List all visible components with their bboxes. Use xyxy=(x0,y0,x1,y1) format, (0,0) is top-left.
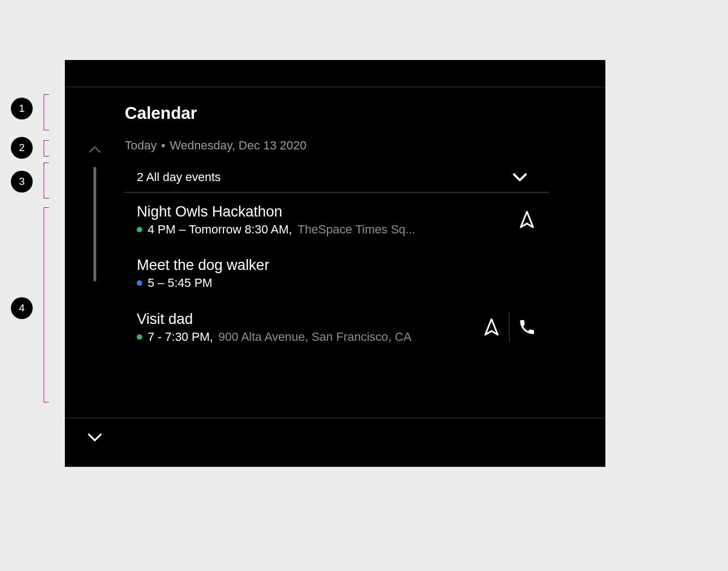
navigation-arrow-icon xyxy=(484,318,499,336)
navigate-button[interactable] xyxy=(474,310,509,345)
date-full: Wednesday, Dec 13 2020 xyxy=(169,139,306,153)
calendar-color-dot xyxy=(137,280,142,286)
date-separator: • xyxy=(161,139,166,153)
event-actions xyxy=(509,202,549,237)
content-area: Calendar Today • Wednesday, Dec 13 2020 … xyxy=(65,87,605,418)
calendar-color-dot xyxy=(137,227,142,232)
event-location: TheSpace Times Sq... xyxy=(298,223,415,237)
event-main: Night Owls Hackathon4 PM – Tomorrow 8:30… xyxy=(137,203,509,237)
event-row[interactable]: Visit dad7 - 7:30 PM,900 Alta Avenue, Sa… xyxy=(125,300,549,354)
event-row[interactable]: Night Owls Hackathon4 PM – Tomorrow 8:30… xyxy=(125,193,549,247)
event-main: Meet the dog walker5 – 5:45 PM xyxy=(137,257,544,290)
event-row[interactable]: Meet the dog walker5 – 5:45 PM xyxy=(125,247,549,300)
scroll-down-button[interactable] xyxy=(87,430,102,445)
event-time: 7 - 7:30 PM, xyxy=(148,330,213,344)
event-title: Night Owls Hackathon xyxy=(137,203,509,220)
phone-icon xyxy=(519,319,535,335)
annotation-badge-4: 4 xyxy=(11,297,33,319)
event-title: Meet the dog walker xyxy=(137,257,544,274)
event-time: 5 – 5:45 PM xyxy=(148,276,213,290)
annotation-bracket-3 xyxy=(44,163,49,199)
annotation-badge-2: 2 xyxy=(11,137,33,159)
annotation-bracket-1 xyxy=(44,94,49,130)
event-time: 4 PM – Tomorrow 8:30 AM, xyxy=(148,223,292,237)
bottom-divider xyxy=(65,418,605,418)
navigation-arrow-icon xyxy=(519,211,535,229)
chevron-down-icon xyxy=(88,433,102,442)
all-day-events-row[interactable]: 2 All day events xyxy=(125,163,549,193)
annotation-bracket-4 xyxy=(44,207,49,402)
app-title: Calendar xyxy=(125,104,605,123)
annotation-badge-1: 1 xyxy=(11,98,33,119)
all-day-label: 2 All day events xyxy=(137,170,221,184)
chevron-down-icon xyxy=(513,173,527,182)
call-button[interactable] xyxy=(509,310,544,345)
date-today-label: Today xyxy=(125,139,157,153)
event-meta: 7 - 7:30 PM,900 Alta Avenue, San Francis… xyxy=(137,330,474,344)
date-row: Today • Wednesday, Dec 13 2020 xyxy=(125,139,605,153)
event-title: Visit dad xyxy=(137,311,474,328)
event-meta: 5 – 5:45 PM xyxy=(137,276,544,290)
event-main: Visit dad7 - 7:30 PM,900 Alta Avenue, Sa… xyxy=(137,311,474,344)
navigate-button[interactable] xyxy=(509,202,544,237)
event-meta: 4 PM – Tomorrow 8:30 AM,TheSpace Times S… xyxy=(137,223,509,237)
calendar-app-window: Calendar Today • Wednesday, Dec 13 2020 … xyxy=(65,60,605,467)
event-list: Night Owls Hackathon4 PM – Tomorrow 8:30… xyxy=(125,193,549,354)
calendar-color-dot xyxy=(137,334,142,340)
event-location: 900 Alta Avenue, San Francisco, CA xyxy=(219,330,411,344)
annotation-bracket-2 xyxy=(44,140,49,157)
event-actions xyxy=(474,310,549,345)
annotation-badge-3: 3 xyxy=(11,171,33,193)
